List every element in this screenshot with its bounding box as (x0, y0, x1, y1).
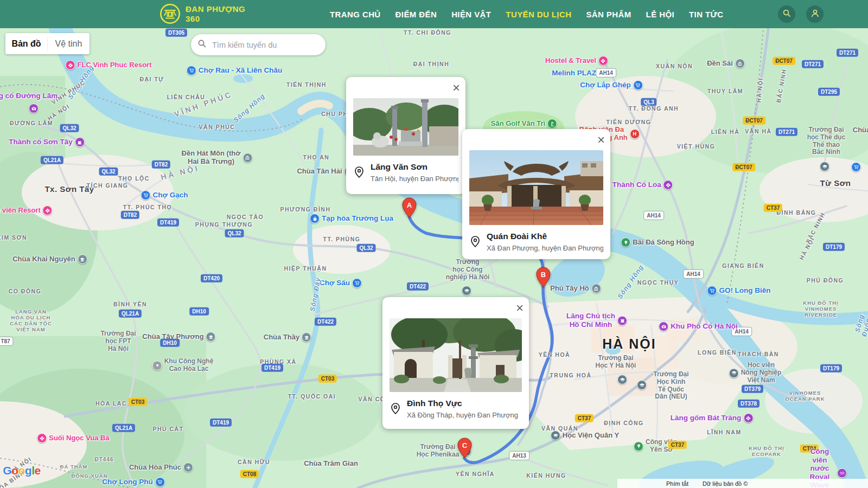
site-header: ĐAN PHƯỢNG 360 TRANG CHỦ ĐIỂM ĐẾN HIỆN V… (0, 0, 868, 28)
poi-subtitle: Tân Hội, huyện Đan Phượng (371, 175, 458, 183)
poi-photo[interactable] (469, 150, 603, 225)
map-type-satellite[interactable]: Vệ tinh (48, 39, 90, 49)
nav-hien-vat[interactable]: HIỆN VẬT (451, 10, 491, 19)
poi-popup-dinh-tho-vuc: × (382, 297, 529, 429)
route-marker-a[interactable]: A (402, 197, 417, 218)
poi-photo[interactable] (353, 98, 458, 156)
search-icon (197, 39, 207, 50)
route-marker-c[interactable]: C (457, 438, 472, 458)
nav-diem-den[interactable]: ĐIỂM ĐẾN (395, 10, 437, 19)
user-account-button[interactable] (806, 5, 824, 23)
poi-title[interactable]: Quán Đoài Khê (487, 232, 603, 241)
header-search-button[interactable] (778, 5, 795, 23)
logo-text: ĐAN PHƯỢNG 360 (186, 4, 245, 24)
close-icon[interactable]: × (595, 131, 607, 149)
site-logo[interactable]: ĐAN PHƯỢNG 360 (159, 3, 245, 24)
route-marker-b[interactable]: B (536, 267, 551, 287)
nav-le-hoi[interactable]: LỄ HỘI (646, 10, 674, 19)
close-icon[interactable]: × (514, 299, 526, 317)
search-input[interactable] (211, 40, 319, 50)
logo-icon (159, 3, 181, 24)
nav-tin-tuc[interactable]: TIN TỨC (689, 10, 724, 19)
location-pin-icon (469, 235, 481, 248)
location-pin-icon (353, 166, 365, 179)
poi-title[interactable]: Đình Thọ Vực (407, 399, 518, 408)
map-type-control: Bản đồ Vệ tinh (5, 33, 90, 54)
route-search (191, 34, 326, 55)
nav-san-pham[interactable]: SẢN PHẨM (586, 10, 631, 19)
close-icon[interactable]: × (450, 79, 462, 97)
svg-text:B: B (540, 271, 545, 279)
poi-subtitle: Xã Đồng Tháp, huyện Đan Phượng (407, 411, 518, 419)
search-icon (782, 9, 792, 20)
nav-trang-chu[interactable]: TRANG CHỦ (330, 10, 381, 19)
poi-photo[interactable] (390, 318, 522, 392)
poi-title[interactable]: Lăng Văn Sơn (371, 162, 458, 172)
poi-popup-lang-van-son: × Lăng Văn Sơn Tân Hội, huyện Đan (346, 77, 465, 194)
svg-text:A: A (406, 201, 412, 209)
map-type-map[interactable]: Bản đồ (5, 39, 47, 49)
poi-popup-quan-doai-khe: × (462, 129, 610, 259)
main-nav: TRANG CHỦ ĐIỂM ĐẾN HIỆN VẬT TUYẾN DU LỊC… (330, 0, 724, 28)
location-pin-icon (390, 402, 401, 415)
svg-text:C: C (462, 441, 467, 450)
nav-tuyen-du-lich[interactable]: TUYẾN DU LỊCH (506, 10, 571, 19)
app: TT. CHI ĐÔNGDT305FLC Vinh Phuc ResortChợ… (0, 0, 868, 488)
poi-subtitle: Xã Đan Phượng, huyện Đan Phượng (487, 244, 603, 252)
user-icon (810, 9, 820, 20)
